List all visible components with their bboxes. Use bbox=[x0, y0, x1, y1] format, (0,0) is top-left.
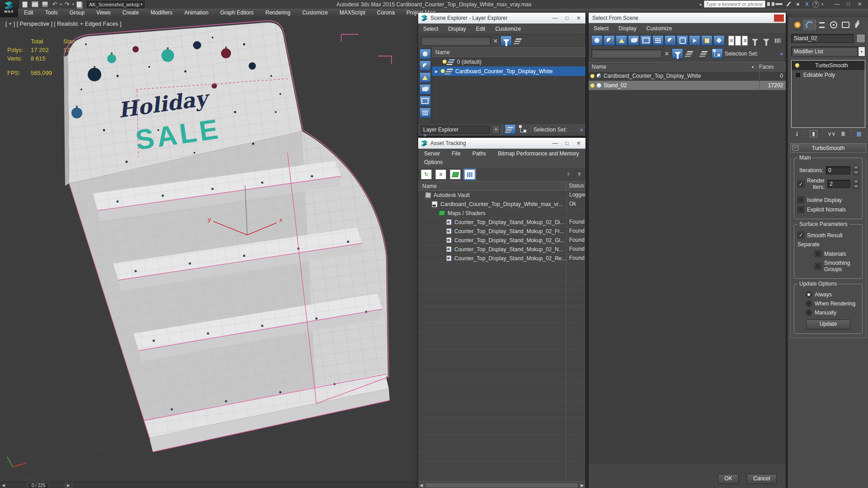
select-from-scene-close-button[interactable] bbox=[774, 14, 784, 22]
always-radio[interactable] bbox=[806, 291, 812, 298]
modifier-list-chevron-icon[interactable]: ▾ bbox=[858, 47, 865, 56]
explorer-mode-dropdown-chevron[interactable]: ▾ bbox=[492, 125, 500, 134]
object-row-stand02[interactable]: Stand_02 17202 bbox=[589, 81, 786, 90]
se-menu-edit[interactable]: Edit bbox=[471, 26, 491, 32]
object-row-cardboard[interactable]: Cardboard_Counter_Top_Display_White 0 bbox=[589, 71, 786, 81]
smooth-result-checkbox[interactable]: ✓ bbox=[797, 232, 804, 239]
asset-row[interactable]: Autodesk VaultLogged bbox=[418, 191, 585, 200]
manually-radio[interactable] bbox=[806, 310, 812, 316]
at-list-view-icon[interactable]: ≡ bbox=[435, 169, 446, 179]
max-application-menu-button[interactable]: MAX bbox=[0, 0, 19, 17]
menu-maxscript[interactable]: MAXScript bbox=[334, 9, 371, 17]
app-close-button[interactable]: ✕ bbox=[854, 1, 865, 7]
cardboard-display-model[interactable]: Holiday SALE y x bbox=[0, 17, 418, 483]
filter-shapes-icon[interactable] bbox=[420, 61, 431, 71]
search-binoculars-icon[interactable] bbox=[767, 1, 774, 7]
search-arrow-icon[interactable]: ▸ bbox=[700, 2, 702, 7]
menu-group[interactable]: Group bbox=[64, 9, 90, 17]
sfs-filter-container-helpers-icon[interactable] bbox=[713, 35, 725, 46]
scene-explorer-filter-icon[interactable] bbox=[500, 36, 512, 46]
menu-rendering[interactable]: Rendering bbox=[259, 9, 296, 17]
at-help-link-icon[interactable]: ? bbox=[565, 171, 572, 178]
remove-modifier-icon[interactable]: 🗑 bbox=[840, 131, 846, 137]
timeline-left-arrow[interactable]: ◀ bbox=[0, 483, 7, 488]
object-color-swatch[interactable] bbox=[856, 34, 865, 43]
scene-explorer-titlebar[interactable]: Scene Explorer - Layer Explorer — □ ✕ bbox=[418, 13, 585, 23]
asset-row[interactable]: Cardboard_Counter_Top_Display_White_max_… bbox=[418, 200, 585, 209]
menu-modifiers[interactable]: Modifiers bbox=[145, 9, 179, 17]
explicit-normals-checkbox[interactable] bbox=[797, 206, 804, 213]
asset-row[interactable]: Counter_Top_Display_Stand_Mokup_02_Fr...… bbox=[418, 227, 585, 236]
render-iters-field[interactable]: 2 bbox=[827, 180, 850, 188]
subscription-key-icon[interactable] bbox=[776, 1, 783, 7]
filter-helpers-icon[interactable] bbox=[420, 96, 431, 106]
explorer-mode-dropdown[interactable]: Layer Explorer bbox=[420, 125, 490, 134]
sfs-search-filter-icon[interactable] bbox=[672, 48, 683, 59]
sfs-filter-cameras-icon[interactable] bbox=[628, 35, 639, 46]
asset-tracking-maximize-button[interactable]: □ bbox=[561, 140, 573, 146]
se-menu-select[interactable]: Select bbox=[418, 26, 443, 32]
turbosmooth-rollout-header[interactable]: − TurboSmooth bbox=[790, 143, 866, 153]
sfs-filter-bones-icon[interactable] bbox=[689, 35, 700, 46]
redo-dropdown-icon[interactable]: ▾ bbox=[72, 2, 74, 6]
object-name-field[interactable]: Stand_02 bbox=[791, 34, 854, 43]
scene-explorer-layer-filter-icon[interactable] bbox=[514, 36, 524, 46]
isoline-display-checkbox[interactable] bbox=[797, 197, 804, 203]
at-context-help-icon[interactable]: ? bbox=[576, 171, 583, 178]
sfs-filter-groups-icon[interactable] bbox=[665, 35, 676, 46]
sfs-menu-customize[interactable]: Customize bbox=[642, 25, 677, 32]
menu-customize[interactable]: Customize bbox=[296, 9, 334, 17]
menu-animation[interactable]: Animation bbox=[179, 9, 214, 17]
tab-utilities[interactable] bbox=[851, 20, 863, 30]
at-menu-server[interactable]: Server bbox=[418, 150, 446, 158]
tab-create[interactable] bbox=[792, 20, 803, 30]
tab-modify[interactable] bbox=[803, 20, 816, 30]
sfs-filter-xrefs-icon[interactable] bbox=[677, 35, 688, 46]
asset-row[interactable]: Counter_Top_Display_Stand_Mokup_02_N...F… bbox=[418, 245, 585, 254]
pin-stack-icon[interactable]: ⊸ bbox=[794, 131, 800, 136]
asset-row[interactable]: Counter_Top_Display_Stand_Mokup_02_Gl...… bbox=[418, 236, 585, 245]
app-minimize-button[interactable]: — bbox=[831, 1, 843, 7]
iterations-field[interactable]: 0 bbox=[826, 166, 850, 174]
sfs-list-view-icon[interactable]: ≡ bbox=[728, 36, 734, 46]
workspace-selector[interactable]: AK_Screenshot_wrksp ▾ bbox=[87, 1, 145, 8]
expand-subobjects-icon[interactable] bbox=[795, 72, 801, 78]
sfs-funnel-settings-icon[interactable] bbox=[761, 36, 772, 45]
sfs-filter-helpers-icon[interactable] bbox=[640, 35, 651, 46]
make-unique-icon[interactable]: ∨∨ bbox=[828, 131, 836, 137]
sfs-funnel-icon[interactable] bbox=[750, 36, 760, 45]
sfs-search-input[interactable] bbox=[591, 49, 662, 58]
redo-icon[interactable]: ↷ bbox=[62, 1, 71, 8]
menu-edit[interactable]: Edit bbox=[18, 9, 39, 17]
sfs-filter-shapes-icon[interactable] bbox=[604, 35, 615, 46]
smoothing-groups-checkbox[interactable] bbox=[815, 263, 821, 270]
asset-row[interactable]: Counter_Top_Display_Stand_Mokup_02_Di...… bbox=[418, 218, 585, 227]
at-menu-paths[interactable]: Paths bbox=[467, 150, 492, 158]
timeline-play-button[interactable]: ▶ bbox=[65, 483, 72, 488]
layer-expander-icon[interactable]: ▶ bbox=[435, 69, 439, 74]
filter-spacewarps-icon[interactable] bbox=[420, 108, 431, 118]
scroll-right-icon[interactable]: ▶ bbox=[579, 483, 585, 488]
menu-corona[interactable]: Corona bbox=[371, 9, 401, 17]
app-restore-button[interactable]: □ bbox=[843, 1, 854, 7]
at-thumbnail-view-icon[interactable] bbox=[450, 169, 461, 179]
sfs-hierarchy-mode-icon[interactable] bbox=[712, 48, 723, 59]
exchange-apps-icon[interactable]: X bbox=[803, 1, 811, 7]
at-table-view-icon[interactable] bbox=[464, 169, 475, 179]
asset-tracking-close-button[interactable]: ✕ bbox=[573, 140, 585, 146]
scene-explorer-maximize-button[interactable]: □ bbox=[561, 15, 573, 21]
at-status-column-header[interactable]: Status bbox=[566, 182, 585, 190]
menu-graph-editors[interactable]: Graph Editors bbox=[214, 9, 259, 17]
layer-row-default[interactable]: 0 (default) bbox=[432, 57, 585, 66]
tab-display[interactable] bbox=[840, 20, 851, 30]
object-visibility-bulb-icon[interactable] bbox=[590, 74, 594, 78]
render-iters-checkbox[interactable]: ✓ bbox=[797, 181, 804, 188]
sfs-faces-column-header[interactable]: Faces bbox=[756, 62, 785, 71]
save-file-icon[interactable] bbox=[40, 1, 49, 8]
scroll-thumb[interactable] bbox=[425, 483, 578, 488]
favorites-star-icon[interactable]: ★ bbox=[794, 1, 802, 7]
menu-views[interactable]: Views bbox=[90, 9, 117, 17]
sfs-column-view-icon[interactable]: ≡ bbox=[742, 36, 748, 46]
filter-geometry-icon[interactable] bbox=[420, 49, 431, 59]
sfs-menu-display[interactable]: Display bbox=[613, 25, 641, 32]
